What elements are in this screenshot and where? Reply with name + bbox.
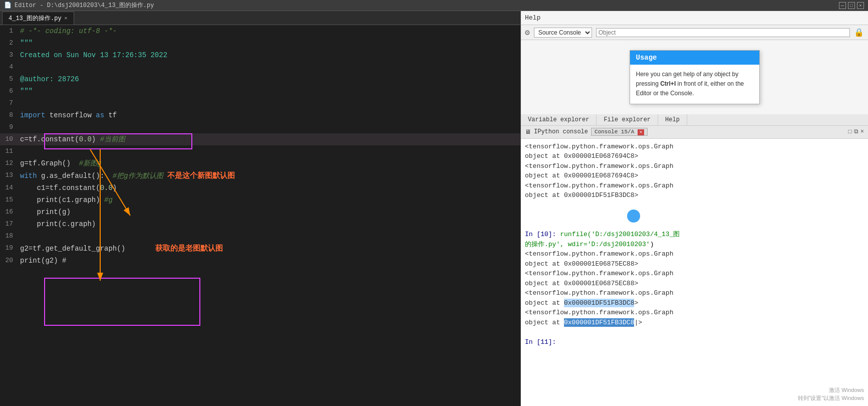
editor-icon: 📄: [4, 2, 12, 9]
list-item: 的操作.py', wdir='D:/dsj20010203'): [525, 240, 864, 250]
console-title: IPython console: [534, 128, 588, 135]
table-row: 7: [0, 97, 520, 109]
console-tab[interactable]: Console 15/A ✕: [591, 128, 648, 136]
list-item: object at 0x000001E06875EC88>: [525, 259, 864, 269]
list-item: [525, 327, 864, 337]
list-item: object at 0x000001DF51FB3DC8>: [525, 298, 864, 308]
console-controls: □ ⧉ ×: [848, 128, 864, 135]
console-in11: In [11]:: [525, 337, 864, 347]
tab-label: 4_13_图的操作.py: [9, 14, 62, 23]
table-row: 11: [0, 145, 520, 157]
annotation-box-2: [44, 278, 200, 326]
table-row: 2 """: [0, 37, 520, 49]
gear-icon[interactable]: ⚙: [525, 28, 530, 38]
table-row: 19 g2=tf.get_default_graph()获取的是老图默认图: [0, 242, 520, 255]
tab-bar: 4_13_图的操作.py ✕: [0, 11, 520, 25]
table-row: 16 print(g): [0, 206, 520, 218]
table-row: 13 with g.as_default(): #把g作为默认图 不是这个新图默…: [0, 169, 520, 182]
windows-watermark: 激活 Windows 转到"设置"以激活 Windows: [798, 386, 864, 402]
list-item: object at 0x000001DF51FB3DC8|>: [525, 318, 864, 328]
list-item: object at 0x000001DF51FB3DC8>: [525, 190, 864, 220]
console-btn-3[interactable]: ×: [860, 128, 864, 135]
list-item: <tensorflow.python.framework.ops.Graph: [525, 181, 864, 191]
source-toolbar: ⚙ Source Console 🔒: [521, 25, 868, 40]
console-btn-2[interactable]: ⧉: [854, 128, 858, 135]
console-header: 🖥 IPython console Console 15/A ✕ □ ⧉ ×: [521, 126, 868, 139]
tab-close-icon[interactable]: ✕: [65, 15, 68, 21]
list-item: <tensorflow.python.framework.ops.Graph: [525, 161, 864, 171]
list-item: <tensorflow.python.framework.ops.Graph: [525, 308, 864, 318]
list-item: object at 0x000001E0687694C8>: [525, 151, 864, 161]
title-bar-text: Editor - D:\dsj20010203\4_13_图的操作.py: [15, 1, 154, 10]
table-row: 1 # -*- coding: utf-8 -*-: [0, 25, 520, 37]
table-row: 12 g=tf.Graph() #新图g: [0, 157, 520, 169]
list-item: <tensorflow.python.framework.ops.Graph: [525, 142, 864, 152]
window-controls[interactable]: ─ □ ×: [839, 2, 864, 9]
list-item: object at 0x000001E06875EC88>: [525, 279, 864, 289]
list-item: <tensorflow.python.framework.ops.Graph: [525, 249, 864, 259]
usage-header: Usage: [630, 51, 759, 65]
table-row: 10 c=tf.constant(0.0) #当前图: [0, 133, 520, 145]
title-bar: 📄 Editor - D:\dsj20010203\4_13_图的操作.py ─…: [0, 0, 868, 11]
help-header: Help: [521, 11, 868, 25]
table-row: 6 """: [0, 85, 520, 97]
editor-tab[interactable]: 4_13_图的操作.py ✕: [2, 12, 74, 25]
tab-file-explorer[interactable]: File explorer: [597, 114, 658, 125]
table-row: 9: [0, 121, 520, 133]
help-tabs: Variable explorer File explorer Help: [521, 114, 868, 126]
usage-body: Here you can get help of any object by p…: [630, 65, 759, 104]
table-row: 3 Created on Sun Nov 13 17:26:35 2022: [0, 49, 520, 61]
help-title: Help: [525, 14, 540, 22]
maximize-button[interactable]: □: [848, 2, 855, 9]
console-btn-1[interactable]: □: [848, 128, 852, 135]
code-content: 1 # -*- coding: utf-8 -*- 2 """ 3 Create…: [0, 25, 520, 267]
source-console-select[interactable]: Source Console: [534, 28, 592, 38]
table-row: 14 c1=tf.constant(0.0): [0, 182, 520, 194]
console-in10: In [10]: runfile('D:/dsj20010203/4_13_图: [525, 230, 864, 240]
table-row: 5 @author: 28726: [0, 73, 520, 85]
minimize-button[interactable]: ─: [839, 2, 846, 9]
console-icon: 🖥: [525, 128, 531, 136]
table-row: 8 import tensorflow as tf: [0, 109, 520, 121]
editor-pane: 4_13_图的操作.py ✕ 1 # -*- coding: utf-8 -*-…: [0, 11, 521, 406]
tab-help[interactable]: Help: [658, 114, 687, 125]
table-row: 20 print(g2) #: [0, 255, 520, 267]
usage-box: Usage Here you can get help of any objec…: [630, 50, 760, 104]
object-input[interactable]: [596, 28, 850, 37]
table-row: 4: [0, 61, 520, 73]
table-row: 18: [0, 230, 520, 242]
close-button[interactable]: ×: [857, 2, 864, 9]
list-item: <tensorflow.python.framework.ops.Graph: [525, 269, 864, 279]
console-body[interactable]: <tensorflow.python.framework.ops.Graph o…: [521, 139, 868, 406]
svg-point-3: [627, 210, 640, 223]
list-item: object at 0x000001E0687694C8>: [525, 171, 864, 181]
main-layout: 4_13_图的操作.py ✕ 1 # -*- coding: utf-8 -*-…: [0, 11, 868, 406]
list-item: [525, 220, 864, 230]
tab-variable-explorer[interactable]: Variable explorer: [521, 114, 597, 125]
lock-icon: 🔒: [854, 28, 864, 38]
console-tab-close[interactable]: ✕: [638, 129, 644, 135]
right-pane: Help ⚙ Source Console 🔒 Usage Here you c…: [521, 11, 868, 406]
table-row: 17 print(c.graph): [0, 218, 520, 230]
code-area[interactable]: 1 # -*- coding: utf-8 -*- 2 """ 3 Create…: [0, 25, 520, 406]
list-item: <tensorflow.python.framework.ops.Graph: [525, 288, 864, 298]
table-row: 15 print(c1.graph) #g: [0, 194, 520, 206]
blue-dot-indicator: [627, 189, 641, 236]
